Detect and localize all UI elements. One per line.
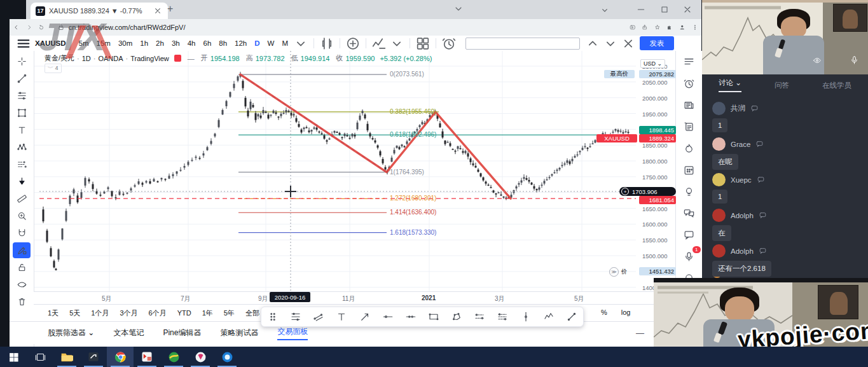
share-icon[interactable] — [642, 22, 648, 32]
arrow-tool-icon[interactable] — [359, 311, 371, 322]
notes-icon[interactable] — [681, 120, 698, 134]
polyline-icon[interactable] — [451, 311, 462, 322]
bookmark-star-icon[interactable] — [654, 22, 661, 32]
avatar[interactable] — [712, 137, 726, 151]
reload-icon[interactable] — [38, 22, 45, 32]
capture-tool-app[interactable] — [80, 347, 107, 367]
alarm-icon[interactable] — [681, 76, 698, 91]
hotlist-icon[interactable] — [681, 141, 698, 156]
indicators-icon[interactable] — [370, 36, 388, 52]
app-pink-cards[interactable] — [187, 347, 214, 367]
xabcd-pattern-icon[interactable] — [13, 139, 31, 155]
chat-tab-在线学员[interactable]: 在线学员 — [822, 81, 851, 90]
brush-icon[interactable] — [13, 105, 31, 121]
drag-handle-icon[interactable] — [267, 311, 279, 322]
lock-all-icon[interactable] — [13, 260, 31, 275]
student-view-video-window[interactable]: ykpojie·com — [654, 278, 868, 347]
fib-lines-icon[interactable] — [290, 311, 301, 322]
compare-icon[interactable] — [344, 36, 362, 52]
reply-bubble-icon[interactable] — [757, 176, 765, 184]
timeframe-3h[interactable]: 3h — [168, 39, 184, 47]
tabsearch-chevron-icon[interactable] — [600, 5, 610, 15]
tab-search-icon[interactable] — [453, 4, 464, 14]
chart-area[interactable]: 0(2073.561)0.382(1955.460)0.618(1882.496… — [10, 51, 675, 291]
publish-button[interactable]: 发表 — [640, 36, 674, 50]
tab-策略测试器[interactable]: 策略测试器 — [220, 328, 258, 338]
media-control-icon[interactable] — [630, 22, 636, 32]
timeframe-W[interactable]: W — [264, 39, 279, 47]
percent-scale-button[interactable]: % — [601, 308, 607, 316]
file-explorer-app[interactable] — [53, 347, 80, 367]
reply-bubble-icon[interactable] — [755, 140, 764, 148]
zigzag-icon[interactable] — [543, 311, 555, 322]
start-button[interactable] — [0, 347, 27, 367]
symbol-button[interactable]: XAUUSD — [35, 39, 66, 47]
search-prev-icon[interactable] — [584, 36, 602, 52]
chat-tab-讨论[interactable]: 讨论 ⌄ — [719, 78, 741, 92]
timeframe-D[interactable]: D — [251, 39, 263, 47]
avatar[interactable] — [712, 102, 726, 115]
tv-menu-icon[interactable] — [15, 36, 32, 52]
timeframe-1h[interactable]: 1h — [136, 39, 152, 47]
timeframe-4h[interactable]: 4h — [184, 39, 200, 47]
tab-交易面板[interactable]: 交易面板 — [277, 326, 308, 340]
avatar[interactable] — [712, 209, 726, 222]
range-1天[interactable]: 1天 — [48, 308, 59, 318]
address-bar[interactable]: cn.tradingview.com/chart/RWd2dFpV/ — [51, 22, 547, 34]
trend-line-icon[interactable] — [13, 71, 31, 87]
rectangle-icon[interactable] — [428, 311, 439, 322]
maximize-window-icon[interactable] — [659, 4, 670, 15]
timeframe-12h[interactable]: 12h — [231, 39, 251, 47]
text-tool-icon[interactable] — [13, 122, 31, 138]
hide-drawings-icon[interactable] — [13, 277, 31, 293]
arrow-marker-icon[interactable] — [13, 174, 31, 190]
ideas-icon[interactable] — [681, 184, 698, 199]
timeframe-2h[interactable]: 2h — [152, 39, 168, 47]
indicators-dropdown-icon[interactable] — [388, 36, 406, 52]
extended-line-icon[interactable] — [405, 311, 417, 322]
task-view-button[interactable] — [27, 347, 53, 367]
watchlist-icon[interactable] — [681, 55, 698, 69]
pitchfork-icon[interactable] — [313, 311, 324, 322]
timeframe-M[interactable]: M — [278, 39, 292, 47]
tab-Pine编辑器[interactable]: Pine编辑器 — [163, 328, 201, 338]
timeframe-6h[interactable]: 6h — [199, 39, 215, 47]
range-5天[interactable]: 5天 — [69, 308, 80, 318]
minimize-window-icon[interactable] — [636, 4, 646, 15]
tab-close-icon[interactable] — [153, 6, 163, 16]
tab-股票筛选器[interactable]: 股票筛选器 ⌄ — [48, 328, 94, 338]
teacher-video[interactable] — [702, 0, 868, 74]
vertical-line-icon[interactable] — [520, 311, 532, 322]
expand-icon[interactable]: ≫ — [609, 267, 619, 277]
reply-bubble-icon[interactable] — [759, 247, 767, 255]
chat-tab-问答[interactable]: 问答 — [775, 81, 789, 90]
browser-menu-icon[interactable] — [692, 22, 698, 32]
pattern-a-icon[interactable] — [474, 311, 485, 322]
chrome-app[interactable] — [107, 347, 134, 367]
timeframe-15m[interactable]: 15m — [93, 39, 114, 47]
legend-collapse-icon[interactable]: — — [188, 55, 195, 62]
trend-segment-icon[interactable] — [566, 311, 577, 322]
avatar[interactable] — [712, 244, 726, 258]
timeframe-8h[interactable]: 8h — [215, 39, 231, 47]
toolbar-search-input[interactable] — [465, 38, 580, 50]
layout-grid-icon[interactable] — [414, 36, 432, 52]
alert-clock-icon[interactable] — [440, 36, 458, 52]
tab-文本笔记[interactable]: 文本笔记 — [113, 328, 144, 338]
profile-avatar-icon[interactable] — [679, 22, 685, 32]
streams-icon[interactable]: 1 — [681, 249, 698, 264]
ruler-icon[interactable] — [13, 191, 31, 207]
panel-minimize-icon[interactable]: — — [636, 328, 644, 338]
text-icon[interactable] — [336, 311, 347, 322]
range-3个月[interactable]: 3个月 — [120, 308, 137, 318]
forward-icon[interactable] — [26, 22, 32, 32]
search-close-icon[interactable] — [619, 36, 637, 52]
log-scale-button[interactable]: log — [621, 308, 631, 316]
currency-dropdown[interactable]: USD ⌄ — [640, 59, 665, 68]
range-YTD[interactable]: YTD — [177, 309, 191, 317]
chat-icon[interactable] — [681, 228, 698, 242]
zoom-in-icon[interactable] — [13, 208, 31, 224]
drawing-lock-icon[interactable] — [13, 242, 31, 258]
search-next-icon[interactable] — [602, 36, 619, 52]
reply-bubble-icon[interactable] — [759, 211, 767, 219]
